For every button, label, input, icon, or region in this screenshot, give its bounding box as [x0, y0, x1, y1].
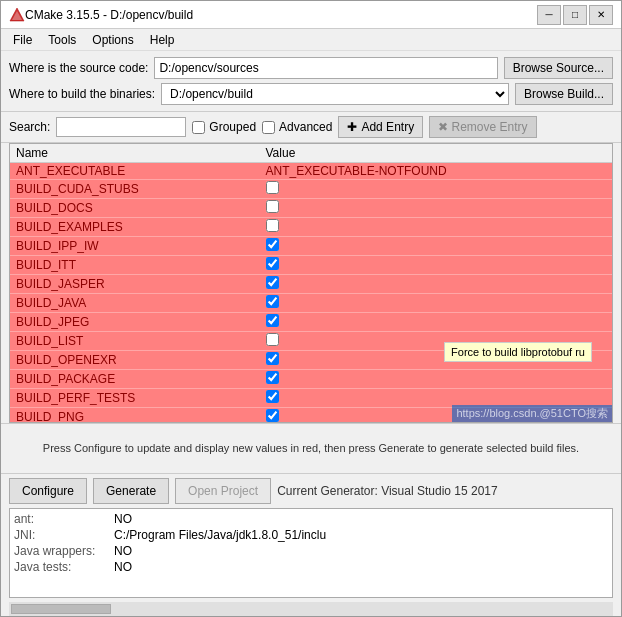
grouped-label: Grouped	[209, 120, 256, 134]
cell-value[interactable]	[260, 218, 613, 237]
value-checkbox[interactable]	[266, 200, 279, 213]
value-checkbox[interactable]	[266, 219, 279, 232]
maximize-button[interactable]: □	[563, 5, 587, 25]
table-row[interactable]: BUILD_JAVA	[10, 294, 612, 313]
source-label: Where is the source code:	[9, 61, 148, 75]
table-row[interactable]: BUILD_ITT	[10, 256, 612, 275]
value-checkbox[interactable]	[266, 181, 279, 194]
table-header-row: Name Value	[10, 144, 612, 163]
grouped-checkbox[interactable]	[192, 121, 205, 134]
menu-file[interactable]: File	[5, 31, 40, 49]
output-value: NO	[114, 544, 132, 558]
main-window: CMake 3.15.5 - D:/opencv/build ─ □ ✕ Fil…	[0, 0, 622, 617]
cell-name: BUILD_PNG	[10, 408, 260, 424]
cell-name: BUILD_JPEG	[10, 313, 260, 332]
cell-name: BUILD_CUDA_STUBS	[10, 180, 260, 199]
horizontal-scrollbar[interactable]	[9, 602, 613, 616]
search-row: Search: Grouped Advanced ✚ Add Entry ✖ R…	[1, 112, 621, 143]
grouped-group: Grouped	[192, 120, 256, 134]
value-checkbox[interactable]	[266, 352, 279, 365]
configure-button[interactable]: Configure	[9, 478, 87, 504]
remove-entry-label: Remove Entry	[451, 120, 527, 134]
open-project-button[interactable]: Open Project	[175, 478, 271, 504]
menu-options[interactable]: Options	[84, 31, 141, 49]
advanced-label: Advanced	[279, 120, 332, 134]
search-input[interactable]	[56, 117, 186, 137]
app-logo	[9, 7, 25, 23]
output-label: Java tests:	[14, 560, 114, 574]
output-label: Java wrappers:	[14, 544, 114, 558]
browse-source-button[interactable]: Browse Source...	[504, 57, 613, 79]
column-header-name: Name	[10, 144, 260, 163]
value-checkbox[interactable]	[266, 390, 279, 403]
cell-name: BUILD_IPP_IW	[10, 237, 260, 256]
cell-name: BUILD_PERF_TESTS	[10, 389, 260, 408]
value-checkbox[interactable]	[266, 371, 279, 384]
add-entry-label: Add Entry	[361, 120, 414, 134]
value-checkbox[interactable]	[266, 276, 279, 289]
cell-value[interactable]	[260, 294, 613, 313]
minimize-button[interactable]: ─	[537, 5, 561, 25]
toolbar: Where is the source code: Browse Source.…	[1, 51, 621, 112]
table-row[interactable]: BUILD_JPEG	[10, 313, 612, 332]
output-label: ant:	[14, 512, 114, 526]
add-entry-button[interactable]: ✚ Add Entry	[338, 116, 423, 138]
generator-text: Current Generator: Visual Studio 15 2017	[277, 484, 498, 498]
output-value: NO	[114, 512, 132, 526]
cell-value[interactable]	[260, 180, 613, 199]
value-checkbox[interactable]	[266, 333, 279, 346]
cell-name: BUILD_EXAMPLES	[10, 218, 260, 237]
cell-value: ANT_EXECUTABLE-NOTFOUND	[260, 163, 613, 180]
value-checkbox[interactable]	[266, 409, 279, 422]
output-panel[interactable]: ant:NOJNI:C:/Program Files/Java/jdk1.8.0…	[9, 508, 613, 598]
source-input[interactable]	[154, 57, 497, 79]
tooltip: Force to build libprotobuf ru	[444, 342, 592, 362]
table-row[interactable]: BUILD_IPP_IW	[10, 237, 612, 256]
cell-value[interactable]	[260, 275, 613, 294]
menu-tools[interactable]: Tools	[40, 31, 84, 49]
output-line: Java tests:NO	[14, 559, 608, 575]
cell-value[interactable]	[260, 199, 613, 218]
advanced-checkbox[interactable]	[262, 121, 275, 134]
cell-name: ANT_EXECUTABLE	[10, 163, 260, 180]
table-body: ANT_EXECUTABLEANT_EXECUTABLE-NOTFOUNDBUI…	[10, 163, 612, 424]
table-row[interactable]: BUILD_CUDA_STUBS	[10, 180, 612, 199]
menu-help[interactable]: Help	[142, 31, 183, 49]
cell-name: BUILD_OPENEXR	[10, 351, 260, 370]
table-row[interactable]: BUILD_DOCS	[10, 199, 612, 218]
table-row[interactable]: BUILD_PACKAGE	[10, 370, 612, 389]
output-line: Java wrappers:NO	[14, 543, 608, 559]
value-checkbox[interactable]	[266, 257, 279, 270]
output-value: NO	[114, 560, 132, 574]
column-header-value: Value	[260, 144, 613, 163]
cell-name: BUILD_ITT	[10, 256, 260, 275]
title-bar: CMake 3.15.5 - D:/opencv/build ─ □ ✕	[1, 1, 621, 29]
window-controls: ─ □ ✕	[537, 5, 613, 25]
table-row[interactable]: BUILD_EXAMPLES	[10, 218, 612, 237]
value-checkbox[interactable]	[266, 238, 279, 251]
table-row[interactable]: BUILD_JASPER	[10, 275, 612, 294]
source-row: Where is the source code: Browse Source.…	[9, 57, 613, 79]
cell-value[interactable]	[260, 370, 613, 389]
output-value: C:/Program Files/Java/jdk1.8.0_51/inclu	[114, 528, 326, 542]
output-line: ant:NO	[14, 511, 608, 527]
cell-value[interactable]	[260, 256, 613, 275]
entries-table-container[interactable]: Name Value ANT_EXECUTABLEANT_EXECUTABLE-…	[9, 143, 613, 423]
entries-table: Name Value ANT_EXECUTABLEANT_EXECUTABLE-…	[10, 144, 612, 423]
watermark: https://blog.csdn.@51CTO搜索	[452, 405, 612, 422]
scroll-thumb[interactable]	[11, 604, 111, 614]
advanced-group: Advanced	[262, 120, 332, 134]
generate-button[interactable]: Generate	[93, 478, 169, 504]
value-checkbox[interactable]	[266, 314, 279, 327]
build-select[interactable]: D:/opencv/build	[161, 83, 509, 105]
output-line: JNI:C:/Program Files/Java/jdk1.8.0_51/in…	[14, 527, 608, 543]
table-row[interactable]: ANT_EXECUTABLEANT_EXECUTABLE-NOTFOUND	[10, 163, 612, 180]
value-checkbox[interactable]	[266, 295, 279, 308]
cell-value[interactable]	[260, 237, 613, 256]
cell-value[interactable]	[260, 313, 613, 332]
remove-entry-button[interactable]: ✖ Remove Entry	[429, 116, 536, 138]
tooltip-text: Force to build libprotobuf ru	[451, 346, 585, 358]
close-button[interactable]: ✕	[589, 5, 613, 25]
browse-build-button[interactable]: Browse Build...	[515, 83, 613, 105]
search-label: Search:	[9, 120, 50, 134]
